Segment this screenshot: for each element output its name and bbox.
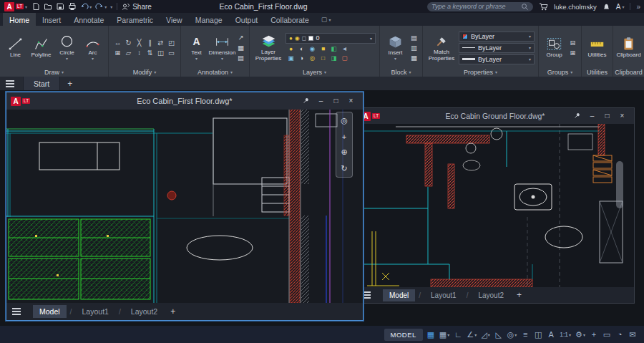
new-file-button[interactable] — [31, 2, 40, 11]
redo-button[interactable]: ▾ — [95, 2, 107, 11]
first-floor-canvas[interactable]: ◎ + ⊕ ↻ — [6, 110, 363, 303]
annotation-monitor-icon[interactable]: + — [588, 329, 600, 341]
group-tool[interactable]: Group — [542, 37, 566, 58]
lineweight-display-icon[interactable]: ≡ — [519, 329, 531, 341]
layers-panel-label[interactable]: Layers▾ — [250, 67, 379, 77]
copy-icon[interactable]: ◫ — [156, 48, 165, 57]
object-snap-tracking-icon[interactable]: ◺ — [493, 329, 504, 341]
layer-unisolate-icon[interactable]: ◑ — [297, 54, 306, 63]
layer-freeze-icon[interactable]: ◉ — [295, 35, 300, 42]
mirror-icon[interactable]: ⇄ — [156, 38, 165, 47]
scale-icon[interactable]: ⇅ — [145, 48, 155, 57]
text-tool[interactable]: A Text ▾ — [185, 34, 208, 62]
trim-icon[interactable]: ╳ — [135, 38, 144, 47]
ribbon-tab-insert[interactable]: Insert — [36, 13, 67, 26]
object-color-dropdown[interactable]: ByLayer ▾ — [459, 32, 535, 42]
layer-plot-icon[interactable]: ◻ — [302, 35, 307, 42]
insert-dropdown-caret-icon[interactable]: ▾ — [394, 57, 396, 61]
new-layout-button[interactable]: + — [514, 290, 525, 300]
pin-button[interactable] — [298, 97, 313, 106]
ground-floor-canvas[interactable] — [356, 124, 634, 287]
layer-properties-tool[interactable]: Layer Properties — [253, 34, 283, 62]
cart-icon[interactable] — [539, 2, 548, 11]
layer-walk-icon[interactable]: ▣ — [286, 54, 296, 63]
ribbon-display-toggle[interactable]: ▢▾ — [321, 13, 331, 26]
markup-icon[interactable]: ▤ — [236, 53, 245, 62]
layer-freeze-icon[interactable]: ◉ — [308, 44, 317, 54]
table-icon[interactable]: ▦ — [236, 43, 245, 52]
navigation-bar[interactable]: ◎ + ⊕ ↻ — [336, 112, 353, 178]
start-tab[interactable]: Start — [23, 77, 60, 90]
layer-isolate-icon[interactable]: ◐ — [297, 44, 306, 54]
drawing-window-first-floor[interactable]: A LT Eco Cabin_First Floor.dwg* – □ × — [6, 92, 364, 321]
draw-panel-label[interactable]: Draw▾ — [0, 67, 108, 77]
offset-icon[interactable]: ∥ — [145, 38, 155, 47]
insert-block-tool[interactable]: Insert ▾ — [384, 34, 407, 62]
groups-panel-label[interactable]: Groups▾ — [539, 67, 581, 77]
maximize-button[interactable]: □ — [328, 97, 343, 105]
clipboard-panel-label[interactable]: Clipboard — [613, 67, 644, 77]
block-create-icon[interactable]: ▦ — [409, 53, 419, 62]
save-button[interactable] — [56, 2, 64, 11]
new-layout-button[interactable]: + — [167, 306, 178, 317]
first-floor-titlebar[interactable]: A LT Eco Cabin_First Floor.dwg* – □ × — [6, 92, 363, 110]
layer-thaw-icon[interactable]: ◎ — [308, 54, 317, 63]
search-input[interactable] — [431, 3, 518, 10]
ribbon-tab-collaborate[interactable]: Collaborate — [264, 13, 316, 26]
close-button[interactable]: × — [615, 112, 630, 120]
isometric-drafting-icon[interactable]: ◿▾ — [479, 329, 491, 341]
ribbon-tab-home[interactable]: Home — [3, 13, 36, 26]
circle-tool[interactable]: Circle ▾ — [55, 34, 79, 62]
ground-floor-titlebar[interactable]: A LT Eco Cabin Ground Floor.dwg* – □ × — [356, 108, 634, 124]
signed-in-user[interactable]: luke.cholmsky — [554, 3, 597, 11]
layout2-tab[interactable]: Layout2 — [125, 305, 164, 318]
block-edit-icon[interactable]: ▤ — [409, 33, 419, 42]
file-tab-menu-button[interactable] — [6, 77, 23, 90]
block-panel-label[interactable]: Block▾ — [380, 67, 422, 77]
open-file-button[interactable] — [44, 2, 52, 11]
model-space-toggle[interactable]: MODEL — [384, 329, 423, 341]
arc-dropdown-caret-icon[interactable]: ▾ — [92, 57, 94, 61]
model-tab[interactable]: Model — [383, 289, 415, 301]
layout1-tab[interactable]: Layout1 — [76, 305, 115, 318]
layer-off-icon[interactable]: ● — [286, 44, 296, 54]
rotate-icon[interactable]: ↻ — [124, 38, 133, 47]
array-icon[interactable]: ⊞ — [113, 48, 122, 57]
close-button[interactable]: × — [343, 97, 358, 105]
move-icon[interactable]: ↔ — [113, 38, 122, 47]
snap-mode-icon[interactable]: ▦▾ — [438, 329, 451, 341]
linetype-dropdown[interactable]: ByLayer ▾ — [459, 43, 535, 53]
arc-tool[interactable]: Arc ▾ — [81, 34, 104, 62]
layer-unlock-icon[interactable]: □ — [318, 54, 328, 63]
feedback-icon[interactable]: ✉ — [627, 329, 638, 341]
fillet-icon[interactable]: ◰ — [167, 38, 176, 47]
lineweight-dropdown[interactable]: ByLayer ▾ — [459, 54, 535, 64]
ribbon-tab-parametric[interactable]: Parametric — [110, 13, 160, 26]
dimension-dropdown-caret-icon[interactable]: ▾ — [221, 57, 223, 61]
current-layer-dropdown[interactable]: ●◉◻ 0 ▾ — [286, 33, 376, 44]
polyline-tool[interactable]: Polyline — [29, 37, 53, 58]
polar-tracking-icon[interactable]: ∠▾ — [465, 329, 478, 341]
model-tab[interactable]: Model — [33, 305, 67, 318]
selection-cycling-icon[interactable]: ◫ — [532, 329, 544, 341]
ungroup-icon[interactable]: ⊟ — [568, 38, 577, 47]
annotation-scale-icon[interactable]: 1:1▾ — [558, 329, 572, 341]
layer-delete-icon[interactable]: ▢ — [340, 54, 349, 63]
titlebar-overflow-chevrons[interactable]: » — [636, 3, 640, 11]
workspace-settings-icon[interactable]: ⚙▾ — [574, 329, 587, 341]
utilities-panel-label[interactable]: Utilities — [582, 67, 613, 77]
assistant-menu[interactable]: A ▾ — [616, 3, 625, 11]
notification-bell-icon[interactable] — [602, 2, 610, 11]
orbit-icon[interactable]: ↻ — [341, 164, 347, 173]
dimension-tool[interactable]: Dimension ▾ — [210, 34, 234, 62]
navigation-bar-collapsed[interactable] — [616, 161, 623, 208]
object-snap-icon[interactable]: ◎▾ — [506, 329, 519, 341]
explode-icon[interactable]: ▭ — [167, 48, 176, 57]
layout1-tab[interactable]: Layout1 — [424, 289, 463, 301]
search-box[interactable] — [427, 2, 533, 11]
layer-merge-icon[interactable]: ◨ — [329, 54, 338, 63]
drawing-window-ground-floor[interactable]: A LT Eco Cabin Ground Floor.dwg* – □ × — [356, 107, 635, 304]
undo-button[interactable]: ▾ — [80, 2, 92, 11]
layer-previous-icon[interactable]: ◄ — [340, 44, 349, 54]
layer-on-icon[interactable]: ● — [289, 35, 293, 42]
